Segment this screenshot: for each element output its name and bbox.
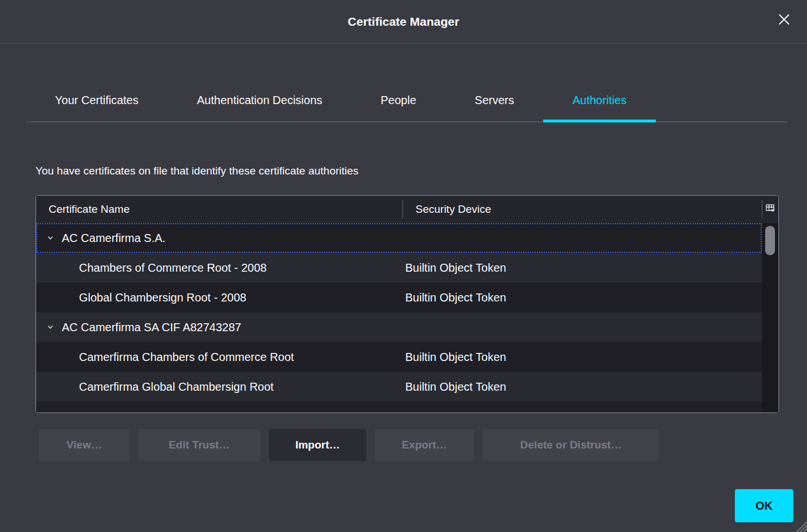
resize-grip-icon	[792, 517, 807, 532]
security-device	[403, 312, 762, 342]
certificate-name: AC Camerfirma S.A.	[62, 232, 165, 245]
table-row[interactable]: Chambers of Commerce Root - 2008 Builtin…	[36, 253, 762, 283]
delete-or-distrust-button[interactable]: Delete or Distrust…	[482, 429, 659, 461]
table-row[interactable]: Camerfirma Global Chambersign Root Built…	[36, 372, 762, 402]
import-button[interactable]: Import…	[269, 429, 366, 461]
certificate-name: Camerfirma Chambers of Commerce Root	[79, 351, 294, 364]
tab-label: Servers	[474, 94, 514, 107]
chevron-down-icon[interactable]	[46, 323, 54, 331]
column-picker-icon	[765, 203, 776, 216]
chevron-down-icon[interactable]	[46, 234, 54, 242]
tab-strip: Your Certificates Authentication Decisio…	[26, 80, 788, 122]
resize-grip[interactable]	[792, 517, 807, 532]
table-body: AC Camerfirma S.A. Chambers of Commerce …	[36, 223, 762, 412]
action-button-row: View… Edit Trust… Import… Export… Delete…	[39, 429, 807, 461]
edit-trust-button[interactable]: Edit Trust…	[138, 429, 260, 461]
security-device: Builtin Object Token	[403, 372, 762, 402]
table-row[interactable]: Camerfirma Chambers of Commerce Root Bui…	[36, 342, 762, 372]
export-button[interactable]: Export…	[375, 429, 474, 461]
table-header: Certificate Name Security Device	[36, 196, 778, 223]
column-header-certificate-name[interactable]: Certificate Name	[36, 196, 403, 223]
certificate-table: Certificate Name Security Device	[35, 195, 779, 413]
ok-button[interactable]: OK	[735, 489, 793, 522]
table-row[interactable]: AC Camerfirma SA CIF A82743287	[36, 312, 762, 342]
close-icon	[776, 11, 792, 30]
intro-text: You have certificates on file that ident…	[35, 164, 807, 178]
table-row[interactable]: ACCV	[36, 402, 762, 412]
view-button[interactable]: View…	[39, 429, 129, 461]
scrollbar-thumb[interactable]	[765, 226, 775, 255]
tab-authorities[interactable]: Authorities	[543, 80, 656, 121]
security-device: Builtin Object Token	[403, 283, 762, 312]
certificate-name: Global Chambersign Root - 2008	[79, 291, 246, 304]
close-button[interactable]	[775, 11, 793, 30]
column-picker-button[interactable]	[762, 196, 778, 223]
tab-label: Authorities	[572, 94, 627, 107]
table-row[interactable]: AC Camerfirma S.A.	[36, 223, 762, 253]
column-header-label: Security Device	[416, 203, 491, 216]
certificate-name: Camerfirma Global Chambersign Root	[79, 380, 274, 394]
table-row[interactable]: Global Chambersign Root - 2008 Builtin O…	[36, 283, 762, 312]
column-header-security-device[interactable]: Security Device	[403, 196, 762, 223]
table-scrollbar[interactable]	[762, 223, 778, 412]
certificate-name: ACCV	[62, 410, 94, 413]
security-device: Builtin Object Token	[403, 342, 762, 372]
tab-label: Authentication Decisions	[197, 94, 322, 107]
tab-label: Your Certificates	[55, 94, 139, 107]
dialog-titlebar: Certificate Manager	[0, 0, 807, 43]
tab-label: People	[381, 94, 416, 107]
certificate-name: Chambers of Commerce Root - 2008	[79, 261, 267, 275]
tab-people[interactable]: People	[351, 80, 445, 121]
security-device	[404, 224, 761, 252]
security-device: Builtin Object Token	[403, 253, 762, 283]
tab-authentication-decisions[interactable]: Authentication Decisions	[168, 80, 351, 121]
column-header-label: Certificate Name	[49, 203, 130, 216]
tab-your-certificates[interactable]: Your Certificates	[26, 80, 168, 121]
security-device	[403, 402, 762, 412]
tab-servers[interactable]: Servers	[445, 80, 543, 121]
dialog-title: Certificate Manager	[348, 15, 460, 29]
certificate-name: AC Camerfirma SA CIF A82743287	[62, 321, 241, 334]
